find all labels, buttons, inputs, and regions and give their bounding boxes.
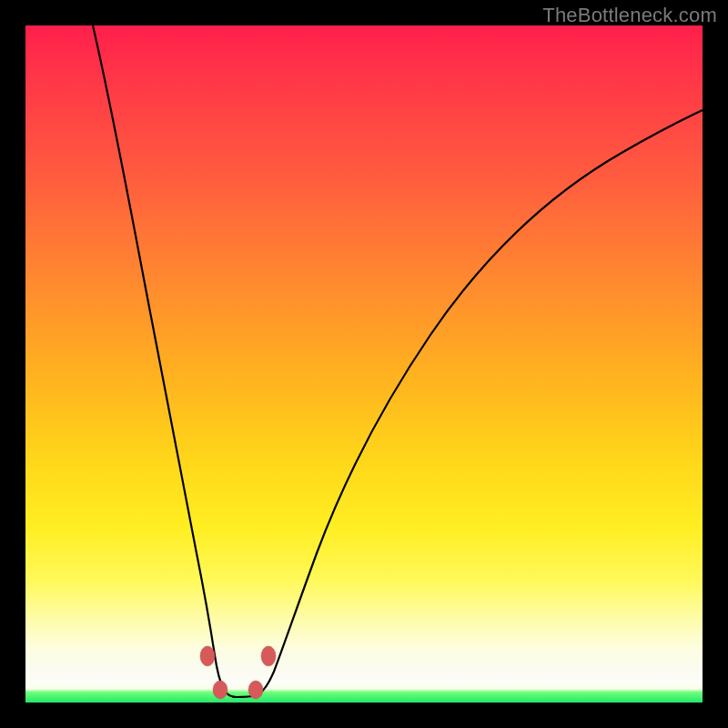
watermark-text: TheBottleneck.com <box>542 4 717 27</box>
bead-group <box>200 646 276 699</box>
curve-layer <box>25 25 703 703</box>
bead-lower-right <box>248 681 263 699</box>
plot-area <box>25 25 703 703</box>
bead-upper-left <box>200 646 215 666</box>
bead-upper-right <box>261 646 276 666</box>
bead-lower-left <box>213 681 228 699</box>
bottleneck-curve <box>93 25 703 697</box>
chart-frame: TheBottleneck.com <box>0 0 728 728</box>
